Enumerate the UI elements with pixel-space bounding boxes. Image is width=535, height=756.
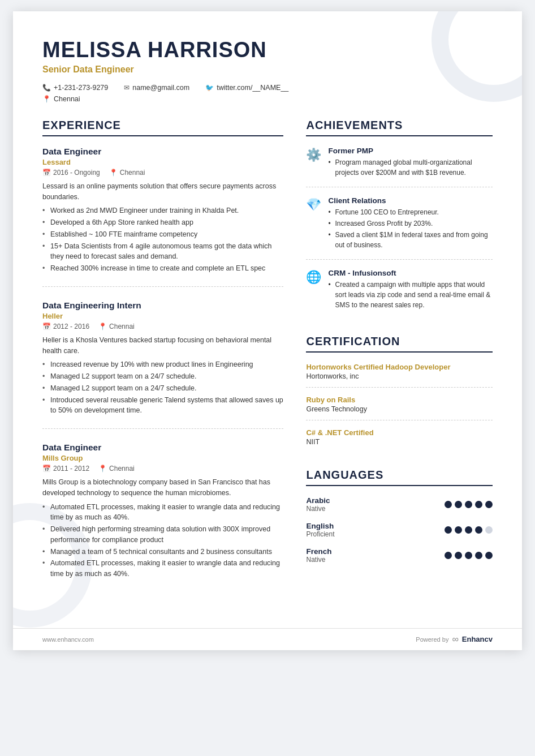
language-name: French [306, 547, 445, 556]
language-dot [455, 526, 462, 534]
achievements-section-title: ACHIEVEMENTS [306, 119, 493, 136]
list-item: Fortune 100 CEO to Entrepreneur. [328, 207, 493, 217]
exp-location: 📍 Chennai [109, 169, 145, 177]
language-block: French Native [306, 547, 493, 564]
certification-block: Hortonworks Certified Hadoop Developer H… [306, 363, 493, 388]
calendar-icon: 📅 [42, 169, 51, 177]
language-level: Native [306, 505, 445, 513]
language-dot [455, 501, 462, 508]
language-dot [445, 526, 452, 534]
resume-wrapper: MELISSA HARRISON Senior Data Engineer 📞 … [13, 11, 522, 650]
experience-block: Data Engineering Intern Heller 📅 2012 - … [42, 300, 283, 429]
list-item: Worked as 2nd MWD Engineer under trainin… [42, 205, 283, 216]
achievement-title: CRM - Infusionsoft [328, 269, 493, 277]
left-column: EXPERIENCE Data Engineer Lessard 📅 2016 … [42, 119, 283, 605]
cert-name: Hortonworks Certified Hadoop Developer [306, 363, 493, 371]
experience-block: Data Engineer Lessard 📅 2016 - Ongoing 📍… [42, 147, 283, 287]
language-dot [455, 552, 462, 559]
exp-bullets-list: Increased revenue by 10% with new produc… [42, 359, 283, 416]
company-name: Mills Group [42, 454, 283, 462]
calendar-icon: 📅 [42, 323, 51, 330]
exp-location: 📍 Chennai [98, 465, 135, 472]
language-level: Native [306, 556, 445, 564]
language-block: English Proficient [306, 522, 493, 538]
list-item: Program managed global multi-organizatio… [328, 157, 493, 178]
candidate-title: Senior Data Engineer [42, 65, 493, 75]
calendar-icon: 📅 [42, 465, 51, 472]
company-name: Lessard [42, 158, 283, 166]
language-dot [485, 501, 493, 508]
achievements-container: ⚙️ Former PMP Program managed global mul… [306, 147, 493, 319]
language-info: Arabic Native [306, 496, 445, 513]
list-item: Automated ETL processes, making it easie… [42, 558, 283, 579]
exp-bullets-list: Worked as 2nd MWD Engineer under trainin… [42, 205, 283, 274]
pin-icon: 📍 [98, 465, 107, 472]
email-icon: ✉ [124, 84, 130, 92]
footer-brand: Powered by ∞ Enhancv [416, 634, 493, 645]
certification-section-title: CERTIFICATION [306, 335, 493, 353]
language-dot [465, 501, 472, 508]
cert-issuer: Greens Technology [306, 405, 493, 413]
list-item: Managed L2 support team on a 24/7 schedu… [42, 383, 283, 394]
contact-phone: 📞 +1-231-273-9279 [42, 84, 108, 92]
language-dot [485, 526, 493, 534]
phone-icon: 📞 [42, 84, 51, 92]
cert-issuer: Hortonworks, inc [306, 372, 493, 380]
exp-bullets-list: Automated ETL processes, making it easie… [42, 502, 283, 579]
language-dots [445, 552, 493, 559]
language-dot [465, 526, 472, 534]
list-item: Saved a client $1M in federal taxes and … [328, 230, 493, 250]
location-icon: 📍 [42, 95, 51, 103]
list-item: Reached 300% increase in time to create … [42, 263, 283, 274]
achievement-block: ⚙️ Former PMP Program managed global mul… [306, 147, 493, 187]
language-dot [475, 526, 482, 534]
language-info: English Proficient [306, 522, 445, 538]
language-info: French Native [306, 547, 445, 564]
language-name: Arabic [306, 496, 445, 505]
exp-description: Heller is a Khosla Ventures backed start… [42, 335, 283, 356]
achievement-content: Former PMP Program managed global multi-… [328, 147, 493, 179]
achievement-bullets-list: Fortune 100 CEO to Entrepreneur.Increase… [328, 207, 493, 250]
exp-date: 📅 2012 - 2016 [42, 323, 89, 330]
achievement-icon: ⚙️ [306, 148, 321, 179]
job-title: Data Engineer [42, 443, 283, 453]
language-dot [465, 552, 472, 559]
pin-icon: 📍 [98, 323, 107, 330]
languages-container: Arabic Native English Proficient French … [306, 496, 493, 564]
achievement-content: CRM - Infusionsoft Created a campaign wi… [328, 269, 493, 311]
certifications-container: Hortonworks Certified Hadoop Developer H… [306, 363, 493, 453]
job-title: Data Engineer [42, 147, 283, 157]
achievement-block: 🌐 CRM - Infusionsoft Created a campaign … [306, 269, 493, 319]
experience-block: Data Engineer Mills Group 📅 2011 - 2012 … [42, 443, 283, 592]
languages-section-title: LANGUAGES [306, 469, 493, 486]
certification-block: Ruby on Rails Greens Technology [306, 396, 493, 420]
cert-issuer: NIIT [306, 438, 493, 446]
contact-location: 📍 Chennai [42, 95, 80, 103]
achievement-block: 💎 Client Relations Fortune 100 CEO to En… [306, 196, 493, 260]
experience-container: Data Engineer Lessard 📅 2016 - Ongoing 📍… [42, 147, 283, 592]
contact-twitter: 🐦 twitter.com/__NAME__ [205, 84, 288, 92]
pin-icon: 📍 [109, 169, 118, 177]
footer-website: www.enhancv.com [42, 636, 94, 643]
language-block: Arabic Native [306, 496, 493, 513]
exp-meta: 📅 2016 - Ongoing 📍 Chennai [42, 169, 283, 177]
language-dot [475, 552, 482, 559]
language-level: Proficient [306, 530, 445, 538]
right-column: ACHIEVEMENTS ⚙️ Former PMP Program manag… [306, 119, 493, 605]
two-column-layout: EXPERIENCE Data Engineer Lessard 📅 2016 … [42, 119, 493, 605]
contact-row-2: 📍 Chennai [42, 95, 493, 103]
list-item: Increased Gross Profit by 203%. [328, 218, 493, 229]
cert-name: C# & .NET Certified [306, 428, 493, 437]
list-item: Established ~ 100 FTE mainframe competen… [42, 229, 283, 240]
language-dots [445, 526, 493, 534]
exp-date: 📅 2016 - Ongoing [42, 169, 100, 177]
experience-section-title: EXPERIENCE [42, 119, 283, 136]
language-name: English [306, 522, 445, 530]
achievement-content: Client Relations Fortune 100 CEO to Entr… [328, 196, 493, 251]
list-item: Delivered high performing streaming data… [42, 524, 283, 545]
language-dot [445, 552, 452, 559]
exp-meta: 📅 2011 - 2012 📍 Chennai [42, 465, 283, 472]
contact-email: ✉ name@gmail.com [124, 84, 189, 92]
achievement-icon: 💎 [306, 197, 321, 251]
list-item: Managed L2 support team on a 24/7 schedu… [42, 371, 283, 382]
